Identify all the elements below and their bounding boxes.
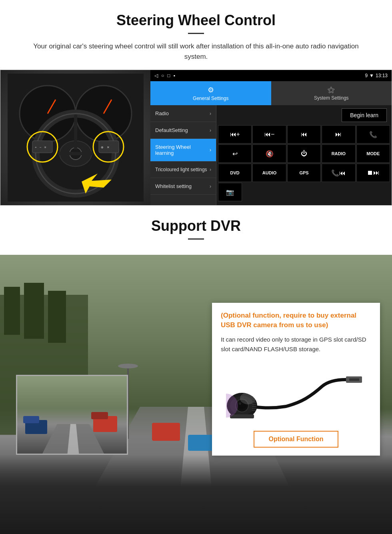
- svg-point-36: [118, 364, 138, 368]
- ctrl-radio[interactable]: RADIO: [322, 144, 355, 163]
- android-tabs[interactable]: ⚙ General Settings ⚝ System Settings: [150, 81, 392, 105]
- menu-item-whitelist[interactable]: Whitelist setting ›: [150, 178, 216, 195]
- ctrl-mode[interactable]: MODE: [356, 144, 390, 163]
- dvr-info-card: (Optional function, require to buy exter…: [212, 303, 380, 456]
- signal-icon: 9: [365, 73, 368, 78]
- svg-rect-32: [188, 435, 214, 451]
- ctrl-gps[interactable]: GPS: [287, 164, 321, 182]
- status-left: ◁ ○ □ ▪: [154, 73, 175, 78]
- general-settings-icon: ⚙: [208, 86, 214, 94]
- chevron-icon: ›: [210, 128, 211, 133]
- ctrl-phone[interactable]: 📞: [356, 125, 390, 144]
- control-grid-row2: ↩ 🔇 ⏻ RADIO MODE: [216, 144, 392, 163]
- system-settings-label: System Settings: [314, 95, 349, 101]
- control-grid-row4: 📷: [216, 182, 392, 202]
- steering-section: Steering Wheel Control Your original car…: [0, 0, 392, 62]
- dvr-title-area: Support DVR: [0, 206, 392, 255]
- android-content: Radio › DefaultSetting › Steering Wheel …: [150, 105, 392, 205]
- dvr-divider: [188, 238, 204, 240]
- dashboard-area: [0, 455, 392, 534]
- ctrl-prev[interactable]: ⏮: [287, 125, 321, 144]
- ctrl-stop-next[interactable]: ⏹⏭: [356, 164, 390, 182]
- menu-item-default-setting[interactable]: DefaultSetting ›: [150, 122, 216, 139]
- svg-text:−: −: [40, 146, 42, 149]
- nav-menu-icon: ▪: [174, 73, 175, 78]
- steering-title: Steering Wheel Control: [16, 12, 376, 29]
- ctrl-next[interactable]: ⏭: [322, 125, 355, 144]
- ctrl-dvd[interactable]: DVD: [218, 164, 252, 182]
- ctrl-mute[interactable]: 🔇: [252, 144, 286, 163]
- tab-system-settings[interactable]: ⚝ System Settings: [271, 81, 392, 105]
- ctrl-audio[interactable]: AUDIO: [252, 164, 286, 182]
- steering-wheel-svg: + − ≡ ⊕ ✕: [8, 74, 144, 202]
- begin-learn-button[interactable]: Begin learn: [342, 108, 387, 122]
- steering-photo-bg: + − ≡ ⊕ ✕: [0, 70, 150, 205]
- ctrl-camera[interactable]: 📷: [218, 183, 242, 201]
- dvr-background-area: (Optional function, require to buy exter…: [0, 255, 392, 534]
- nav-home-icon: ○: [161, 73, 164, 78]
- svg-rect-55: [230, 414, 254, 418]
- steering-demo-area: + − ≡ ⊕ ✕ ◁ ○: [0, 70, 392, 206]
- android-status-bar: ◁ ○ □ ▪ 9 ▼ 13:13: [150, 70, 392, 81]
- android-ui-panel: ◁ ○ □ ▪ 9 ▼ 13:13 ⚙ General Settings ⚝ S…: [150, 70, 392, 205]
- status-right: 9 ▼ 13:13: [365, 73, 388, 78]
- dvr-screenshot-svg: [17, 376, 128, 455]
- steering-wheel-graphic: + − ≡ ⊕ ✕: [8, 74, 144, 202]
- system-settings-icon: ⚝: [328, 86, 335, 94]
- chevron-icon: ›: [210, 167, 211, 172]
- title-divider: [188, 33, 204, 34]
- dvr-camera-svg: [226, 362, 366, 422]
- nav-back-icon: ◁: [154, 73, 158, 78]
- optional-function-button[interactable]: Optional Function: [254, 431, 339, 448]
- chevron-icon: ›: [210, 147, 211, 153]
- nav-recent-icon: □: [167, 73, 170, 78]
- svg-text:≡: ≡: [44, 146, 46, 149]
- menu-list: Radio › DefaultSetting › Steering Wheel …: [150, 105, 216, 205]
- ctrl-phone-prev[interactable]: 📞⏮: [322, 164, 355, 182]
- svg-rect-23: [4, 287, 20, 335]
- ctrl-power[interactable]: ⏻: [287, 144, 321, 163]
- svg-rect-47: [91, 412, 108, 419]
- ctrl-vol-up[interactable]: ⏮+: [218, 125, 252, 144]
- control-grid-row1: ⏮+ ⏮− ⏮ ⏭ 📞: [216, 125, 392, 144]
- svg-rect-9: [58, 152, 93, 155]
- svg-rect-25: [48, 291, 66, 343]
- controls-panel: Begin learn ⏮+ ⏮− ⏮ ⏭ 📞 ↩ 🔇 ⏻ RADIO MODE: [216, 105, 392, 205]
- menu-item-steering-wheel-learning[interactable]: Steering Wheel learning ›: [150, 139, 216, 162]
- svg-text:⊕: ⊕: [101, 146, 104, 149]
- svg-text:✕: ✕: [107, 146, 110, 149]
- steering-photo: + − ≡ ⊕ ✕: [0, 70, 150, 205]
- control-grid-row3: DVD AUDIO GPS 📞⏮ ⏹⏭: [216, 164, 392, 182]
- tab-general-settings[interactable]: ⚙ General Settings: [150, 81, 271, 105]
- wifi-icon: ▼: [369, 73, 374, 78]
- chevron-icon: ›: [210, 111, 211, 116]
- begin-learn-row: Begin learn: [216, 105, 392, 125]
- svg-rect-31: [152, 423, 180, 441]
- dvr-optional-text: (Optional function, require to buy exter…: [221, 311, 371, 330]
- dvr-small-screenshot: [16, 375, 128, 455]
- steering-subtitle: Your original car's steering wheel contr…: [24, 41, 368, 62]
- svg-rect-49: [349, 378, 359, 381]
- ctrl-vol-down[interactable]: ⏮−: [252, 125, 286, 144]
- svg-rect-45: [23, 416, 39, 423]
- menu-item-tricoloured[interactable]: Tricoloured light settings ›: [150, 162, 216, 178]
- ctrl-back[interactable]: ↩: [218, 144, 252, 163]
- dvr-description: It can record video only to storage in G…: [221, 335, 371, 354]
- svg-rect-24: [24, 283, 44, 339]
- menu-item-radio[interactable]: Radio ›: [150, 105, 216, 122]
- time-display: 13:13: [376, 73, 388, 78]
- chevron-icon: ›: [210, 184, 211, 189]
- dvr-camera-image: [221, 360, 371, 424]
- svg-rect-10: [74, 114, 77, 150]
- general-settings-label: General Settings: [193, 96, 228, 101]
- svg-text:+: +: [35, 146, 37, 149]
- svg-point-54: [239, 402, 241, 405]
- dvr-title: Support DVR: [16, 218, 376, 234]
